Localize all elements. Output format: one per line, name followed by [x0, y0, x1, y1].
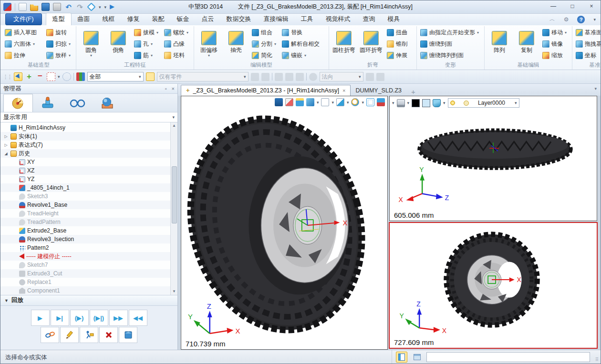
tree-item[interactable]: Extrude3_Cut — [0, 269, 170, 278]
history-manager-tab[interactable] — [3, 94, 33, 112]
zoom-icon[interactable] — [351, 98, 359, 106]
tree-filter-combo[interactable]: 显示常用 ▾ — [0, 112, 177, 122]
box-select-dropdown-icon[interactable]: ▾ — [58, 74, 60, 79]
layout-dropdown-icon[interactable]: ▾ — [347, 100, 349, 105]
tree-item[interactable]: Pattern2 — [0, 243, 170, 252]
ribbon-button[interactable]: 移动 ▾ — [541, 29, 570, 37]
highlight-color-swatch[interactable] — [422, 99, 430, 107]
ribbon-button-large[interactable]: 阵列 — [487, 30, 512, 58]
ribbon-tab[interactable]: 装配 — [146, 13, 171, 25]
measure-icon[interactable] — [377, 98, 385, 106]
ribbon-button-large[interactable]: 面偏移 ▾ — [196, 30, 222, 58]
tree-item[interactable]: ◢ 历史 — [0, 149, 170, 158]
display-mode-icon[interactable] — [397, 99, 405, 107]
filter-scope-combo[interactable]: 全部 ▾ — [87, 72, 144, 81]
tree-expand-icon[interactable]: ▷ — [3, 134, 9, 139]
select-cursor-icon[interactable] — [14, 72, 22, 81]
ribbon-tab[interactable]: 点云 — [196, 13, 220, 25]
new-file-icon[interactable] — [19, 3, 27, 11]
assembly-manager-tab[interactable] — [33, 94, 62, 112]
main-viewport[interactable]: ▾ ▾ ▾ ▾ — [181, 96, 388, 350]
scroll-up-icon[interactable]: ▲ — [172, 122, 176, 129]
command-input[interactable] — [426, 352, 590, 362]
tree-item[interactable]: ----- 建模停止 ----- — [0, 252, 170, 261]
ribbon-tab[interactable]: 修复 — [121, 13, 146, 25]
ribbon-button[interactable]: 坯料 — [163, 51, 192, 60]
tree-item[interactable]: TreadPattern — [0, 218, 170, 226]
ribbon-button[interactable]: 拔模 ▾ — [133, 29, 162, 37]
ribbon-button[interactable]: 替换 — [280, 29, 327, 37]
tree-item[interactable]: YZ — [0, 175, 170, 183]
replay-play-to-end-button[interactable]: ▶| — [51, 310, 69, 326]
front-viewport-active[interactable]: X Z X Y 727.609 mm — [389, 222, 597, 348]
ribbon-tab[interactable]: 钣金 — [171, 13, 196, 25]
visual-manager-tab[interactable] — [62, 94, 92, 112]
ribbon-button[interactable]: 孔 ▾ — [133, 40, 162, 48]
message-list-toggle[interactable] — [411, 352, 423, 363]
tab-close-icon[interactable]: × — [342, 88, 345, 93]
pick-options-icon[interactable] — [376, 73, 384, 81]
wireframe-display-icon[interactable] — [321, 98, 329, 106]
tree-item[interactable]: _4805_14inch_1 — [0, 183, 170, 192]
ribbon-button[interactable]: 放样 ▾ — [45, 51, 74, 60]
tree-item[interactable]: Sketch7 — [0, 261, 170, 269]
tree-item[interactable]: H_Rim14inchAssy — [0, 123, 170, 132]
replay-step-pause-button[interactable]: (▶|) — [90, 310, 108, 326]
save-icon[interactable] — [41, 3, 50, 11]
ribbon-tab[interactable]: 线框 — [96, 13, 121, 25]
wireframe-dropdown-icon[interactable]: ▾ — [332, 100, 334, 105]
ribbon-tab[interactable]: 模具 — [382, 13, 406, 25]
viewport-layout-icon[interactable] — [336, 98, 344, 106]
filter-icon[interactable] — [76, 72, 85, 81]
ribbon-button[interactable]: 拖拽基准面 — [574, 40, 601, 48]
undo-icon[interactable]: ↶ — [64, 3, 73, 11]
pick-all-icon[interactable] — [296, 73, 304, 81]
pick-list-icon[interactable] — [275, 73, 283, 81]
layer-combo[interactable]: Layer0000 ▾ — [448, 98, 519, 108]
ribbon-button-large[interactable]: 圆柱折弯 — [331, 30, 357, 58]
ribbon-button[interactable]: 扭曲 — [385, 29, 414, 37]
replay-rewind-button[interactable]: ◀◀ — [129, 310, 147, 326]
ribbon-button[interactable]: 分割 ▾ — [250, 40, 280, 48]
ribbon-button-large[interactable]: 抽壳 — [223, 30, 249, 58]
ribbon-button[interactable]: 简化 — [250, 51, 280, 60]
redo-icon[interactable]: ↷ — [76, 3, 84, 11]
settings-gear-icon[interactable]: ⚙ — [564, 16, 569, 23]
chain-stop-icon[interactable] — [261, 73, 269, 81]
ribbon-button-large[interactable]: 倒角 — [105, 30, 131, 58]
replay-delete-button[interactable] — [99, 327, 118, 343]
remove-selection-icon[interactable]: − — [36, 72, 44, 81]
ribbon-tab[interactable]: 直接编辑 — [258, 13, 295, 25]
reselect-icon[interactable] — [309, 73, 317, 81]
normal-direction-combo[interactable]: 法向 ▾ — [320, 72, 363, 81]
tree-item[interactable]: TreadHeight — [0, 209, 170, 218]
help-icon[interactable]: ? — [577, 16, 585, 23]
ribbon-button[interactable]: 坐标 — [574, 51, 601, 60]
ribbon-button[interactable]: 由指定点开始变形 ▾ — [419, 29, 482, 37]
tree-item[interactable]: Extrude2_Base — [0, 226, 170, 235]
toolbar-overflow-icon[interactable]: ▾ — [104, 5, 107, 10]
ribbon-tab[interactable]: 视觉样式 — [320, 13, 357, 25]
ribbon-button[interactable]: 扫掠 ▾ — [45, 40, 74, 48]
tree-item[interactable]: ▷ 表达式(7) — [0, 141, 170, 149]
shaded-display-icon[interactable] — [306, 98, 314, 106]
ribbon-button[interactable]: 插入草图 — [3, 29, 44, 37]
replay-run-to-button[interactable] — [80, 327, 98, 343]
panel-close-icon[interactable]: × — [172, 86, 175, 91]
layer-dropdown-icon[interactable]: ▾ — [443, 101, 446, 105]
toolbar-overflow-icon[interactable]: ▾ — [392, 101, 394, 105]
tab-overflow-icon[interactable]: ▾ — [594, 86, 597, 91]
document-tab[interactable]: DUMMY_SLD.Z3 — [351, 86, 406, 96]
tree-expand-icon[interactable]: ▷ — [3, 143, 9, 147]
replay-link-button[interactable] — [41, 327, 59, 343]
ribbon-button[interactable]: 组合 — [250, 29, 280, 37]
ribbon-button[interactable]: 螺纹 ▾ — [163, 29, 192, 37]
chain-select-icon[interactable] — [251, 73, 259, 81]
ribbon-tab[interactable]: 曲面 — [72, 13, 96, 25]
document-tab-active[interactable]: + _Z3_GL_BrakesModelB_2013.Z3 - [H_Rim14… — [181, 85, 351, 96]
display-dropdown-icon[interactable]: ▾ — [317, 100, 319, 105]
tree-item[interactable]: Sketch3 — [0, 192, 170, 201]
pick-scope-icon[interactable] — [146, 72, 155, 81]
eraser-icon[interactable] — [285, 98, 293, 106]
ribbon-tab[interactable]: 查询 — [357, 13, 382, 25]
